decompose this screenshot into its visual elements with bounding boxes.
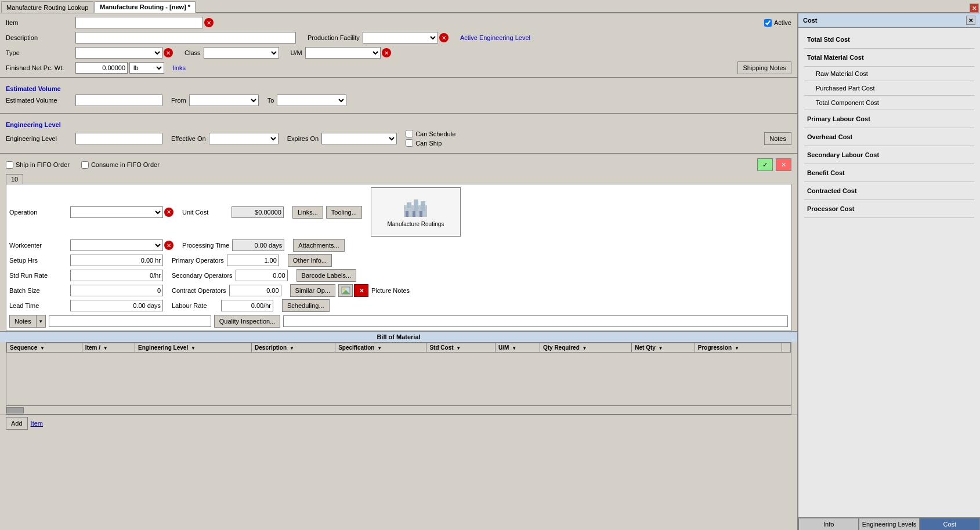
class-select[interactable] <box>204 47 279 59</box>
from-select[interactable] <box>189 95 259 106</box>
other-info-button[interactable]: Other Info... <box>288 254 332 267</box>
barcode-labels-button[interactable]: Barcode Labels... <box>296 269 357 282</box>
secondary-labour-cost-label: Secondary Labour Cost <box>807 151 879 158</box>
notes-dropdown-button[interactable]: ▼ <box>37 315 46 328</box>
class-group <box>204 47 279 59</box>
um-clear[interactable]: ✕ <box>382 48 391 57</box>
item-link[interactable]: Item <box>31 420 43 427</box>
workcenter-select[interactable] <box>70 239 163 251</box>
std-run-rate-input[interactable]: 0/hr <box>70 270 163 281</box>
attachments-button[interactable]: Attachments... <box>293 239 344 252</box>
bom-scroll-col <box>782 343 791 353</box>
consume-fifo-checkbox[interactable] <box>81 161 89 169</box>
bom-col-engineering-level[interactable]: Engineering Level ▼ <box>135 343 252 353</box>
tab-cost-label: Cost <box>943 521 957 528</box>
svg-point-8 <box>343 288 345 291</box>
type-select[interactable] <box>75 47 162 59</box>
bom-col-qty-required[interactable]: Qty Required ▼ <box>540 343 631 353</box>
bom-col-description[interactable]: Description ▼ <box>252 343 335 353</box>
svg-rect-1 <box>407 202 411 208</box>
can-schedule-group: Can Schedule <box>406 130 455 137</box>
um-select[interactable] <box>305 47 381 59</box>
tab-info[interactable]: Info <box>798 518 859 530</box>
processing-time-label: Processing Time <box>182 242 229 249</box>
bom-empty-row <box>7 353 791 387</box>
effective-on-select[interactable] <box>209 133 279 144</box>
lookup-tab[interactable]: Manufacture Routing Lookup <box>1 1 93 13</box>
scheduling-button[interactable]: Scheduling... <box>282 299 330 312</box>
um-label: U/M <box>291 49 302 56</box>
bom-col-sequence[interactable]: Sequence ▼ <box>7 343 82 353</box>
active-engineering-label: Active Engineering Level <box>460 34 530 41</box>
tab-engineering-levels[interactable]: Engineering Levels <box>859 518 919 530</box>
item-clear-button[interactable]: ✕ <box>204 18 214 27</box>
can-schedule-checkbox[interactable] <box>406 130 413 137</box>
workcenter-clear[interactable]: ✕ <box>164 241 173 250</box>
links-link[interactable]: links <box>173 64 186 71</box>
type-clear[interactable]: ✕ <box>164 48 173 57</box>
engineering-level-label: Engineering Level <box>6 135 75 142</box>
validate-button[interactable]: ✓ <box>757 158 773 171</box>
picture-remove-button[interactable]: ✕ <box>354 284 368 297</box>
add-button[interactable]: Add <box>6 417 28 430</box>
bom-col-um[interactable]: U/M ▼ <box>496 343 540 353</box>
expires-on-select[interactable] <box>321 133 397 144</box>
active-engineering-link[interactable]: Active Engineering Level <box>460 34 530 41</box>
effective-on-label: Effective On <box>171 135 206 142</box>
item-label: Item <box>6 19 75 26</box>
links-button[interactable]: Links... <box>292 206 323 219</box>
estimated-volume-input[interactable] <box>75 95 162 106</box>
quality-inspection-text[interactable] <box>283 315 788 327</box>
description-input[interactable] <box>75 32 296 43</box>
notes-split-button[interactable]: Notes <box>9 315 37 328</box>
bom-col-specification[interactable]: Specification ▼ <box>335 343 426 353</box>
cancel-button[interactable]: ✕ <box>776 158 791 171</box>
ship-fifo-label: Ship in FIFO Order <box>16 161 70 168</box>
contract-operators-input[interactable]: 0.00 <box>229 285 281 296</box>
can-ship-group: Can Ship <box>406 139 455 147</box>
svg-rect-2 <box>414 199 418 211</box>
production-facility-label: Production Facility <box>308 34 360 41</box>
batch-size-input[interactable]: 0 <box>70 285 163 296</box>
operation-clear[interactable]: ✕ <box>164 208 173 217</box>
production-facility-select[interactable] <box>363 32 438 43</box>
notes-text-input[interactable] <box>49 315 211 327</box>
notes-button[interactable]: Notes <box>764 132 791 145</box>
bom-col-net-qty[interactable]: Net Qty ▼ <box>632 343 695 353</box>
shipping-notes-button[interactable]: Shipping Notes <box>737 61 791 74</box>
tab-cost[interactable]: Cost <box>920 518 980 530</box>
total-component-cost-label: Total Component Cost <box>816 99 879 106</box>
um-group: ✕ <box>305 47 391 59</box>
item-input[interactable] <box>75 17 203 28</box>
bom-col-progression[interactable]: Progression ▼ <box>695 343 782 353</box>
picture-button[interactable] <box>338 284 353 297</box>
production-facility-clear[interactable]: ✕ <box>439 33 449 42</box>
total-material-cost-row: Total Material Cost <box>804 49 974 67</box>
can-ship-checkbox[interactable] <box>406 139 413 147</box>
similar-op-button[interactable]: Similar Op... <box>290 284 336 297</box>
labour-rate-input[interactable]: 0.00/hr <box>221 300 273 311</box>
notes-button-group: Notes ▼ <box>9 315 46 328</box>
bom-col-std-cost[interactable]: Std Cost ▼ <box>426 343 496 353</box>
active-checkbox[interactable] <box>764 19 772 27</box>
engineering-level-input[interactable] <box>75 133 162 144</box>
weight-unit-select[interactable]: lb <box>129 62 164 74</box>
bom-col-item[interactable]: Item / ▼ <box>82 343 135 353</box>
setup-hrs-input[interactable]: 0.00 hr <box>70 255 163 266</box>
operation-select[interactable] <box>70 206 163 218</box>
unit-cost-input: $0.00000 <box>232 206 284 218</box>
secondary-operators-input[interactable]: 0.00 <box>236 270 288 281</box>
tab-10-item[interactable]: 10 <box>6 174 23 184</box>
to-select[interactable] <box>277 95 346 106</box>
new-tab[interactable]: Manufacture Routing - [new] * <box>95 1 196 13</box>
quality-inspection-button[interactable]: Quality Inspection... <box>214 315 281 328</box>
tooling-button[interactable]: Tooling... <box>326 206 362 219</box>
primary-operators-input[interactable]: 1.00 <box>227 255 279 266</box>
contract-operators-label: Contract Operators <box>172 287 226 294</box>
finished-net-input[interactable]: 0.00000 <box>75 62 128 74</box>
cost-panel-close[interactable]: ✕ <box>966 16 975 25</box>
ship-fifo-checkbox[interactable] <box>6 161 13 169</box>
ship-fifo-group: Ship in FIFO Order <box>6 161 70 169</box>
lead-time-input[interactable]: 0.00 days <box>70 300 163 311</box>
window-close-button[interactable]: ✕ <box>970 3 979 13</box>
